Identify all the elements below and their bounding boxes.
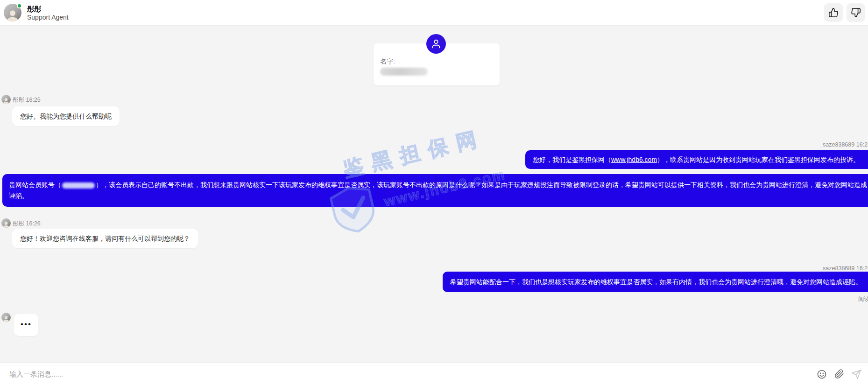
message-time: 16:25 bbox=[856, 141, 868, 148]
message-meta: saze838689 16:25 bbox=[823, 141, 868, 148]
message-meta: saze838689 16:26 bbox=[823, 265, 868, 272]
agent-role: Support Agent bbox=[27, 13, 69, 21]
prechat-name-value-redacted bbox=[380, 68, 428, 76]
agent-avatar-small bbox=[1, 218, 11, 228]
agent-message-bubble: 您好！欢迎您咨询在线客服，请问有什么可以帮到您的呢？ bbox=[12, 229, 198, 248]
read-receipt: 阅读 bbox=[858, 295, 868, 303]
prechat-user-badge bbox=[426, 34, 446, 54]
message-text: ），该会员表示自己的账号不出款，我们想来跟贵网站核实一下该玩家发布的维权事宜是否… bbox=[9, 181, 867, 199]
person-silhouette-icon bbox=[2, 315, 10, 322]
thumbs-down-button[interactable] bbox=[847, 3, 865, 22]
person-silhouette-icon bbox=[2, 221, 10, 228]
jhdb6-link[interactable]: www.jhdb6.com bbox=[611, 156, 657, 163]
thumbs-up-button[interactable] bbox=[824, 3, 843, 22]
agent-name: 彤彤 bbox=[27, 4, 69, 13]
message-avatar bbox=[1, 218, 11, 228]
agent-avatar-small bbox=[1, 95, 11, 104]
message-meta: 彤彤 16:25 bbox=[13, 96, 41, 104]
user-message-bubble-wide: 贵网站会员账号（），该会员表示自己的账号不出款，我们想来跟贵网站核实一下该玩家发… bbox=[2, 174, 868, 207]
user-message-bubble: 希望贵网站能配合一下，我们也是想核实玩家发布的维权事宜是否属实，如果有内情，我们… bbox=[443, 272, 868, 292]
agent-avatar bbox=[4, 4, 21, 21]
emoji-button[interactable] bbox=[816, 368, 828, 380]
message-avatar bbox=[1, 313, 11, 322]
message-input[interactable] bbox=[9, 370, 816, 378]
typing-dots: ••• bbox=[21, 322, 32, 329]
chat-message-area: 名字: 彤彤 16:25 您好。我能为您提供什么帮助呢 saze838689 1… bbox=[0, 26, 868, 363]
paperclip-icon bbox=[834, 369, 844, 379]
message-time: 16:26 bbox=[26, 220, 40, 227]
prechat-name-label: 名字: bbox=[380, 57, 395, 66]
message-sender: 彤彤 bbox=[13, 220, 24, 227]
attach-file-button[interactable] bbox=[833, 368, 845, 380]
user-message-bubble: 您好，我们是鉴黑担保网（www.jhdb6.com），联系贵网站是因为收到贵网站… bbox=[525, 150, 868, 169]
user-icon bbox=[431, 39, 441, 49]
message-sender: 彤彤 bbox=[13, 97, 24, 103]
chat-header: 彤彤 Support Agent bbox=[0, 0, 868, 26]
thumbs-up-icon bbox=[828, 7, 839, 18]
message-avatar bbox=[1, 95, 11, 104]
thumbs-down-icon bbox=[851, 7, 861, 18]
emoji-smiley-icon bbox=[817, 369, 827, 379]
account-number-redacted bbox=[62, 182, 95, 189]
person-silhouette-icon bbox=[2, 98, 10, 104]
message-text: ），联系贵网站是因为收到贵网站玩家在我们鉴黑担保网发布的投诉。 bbox=[657, 156, 860, 163]
watermark-title: 鉴黑担保网 bbox=[340, 111, 543, 183]
message-composer bbox=[0, 363, 868, 385]
send-button[interactable] bbox=[850, 368, 862, 380]
message-sender: saze838689 bbox=[823, 141, 854, 148]
agent-message-bubble: 您好。我能为您提供什么帮助呢 bbox=[12, 106, 120, 126]
message-time: 16:25 bbox=[26, 97, 40, 103]
person-silhouette-icon bbox=[6, 9, 20, 21]
agent-avatar-small bbox=[1, 313, 11, 322]
message-text: 贵网站会员账号（ bbox=[9, 181, 61, 189]
message-sender: saze838689 bbox=[823, 265, 854, 272]
online-status-dot bbox=[17, 3, 22, 8]
message-meta: 彤彤 16:26 bbox=[13, 220, 41, 228]
message-time: 16:26 bbox=[856, 265, 868, 272]
typing-indicator-bubble: ••• bbox=[14, 314, 38, 336]
send-icon bbox=[851, 369, 861, 379]
message-text: 您好，我们是鉴黑担保网（ bbox=[533, 156, 611, 163]
